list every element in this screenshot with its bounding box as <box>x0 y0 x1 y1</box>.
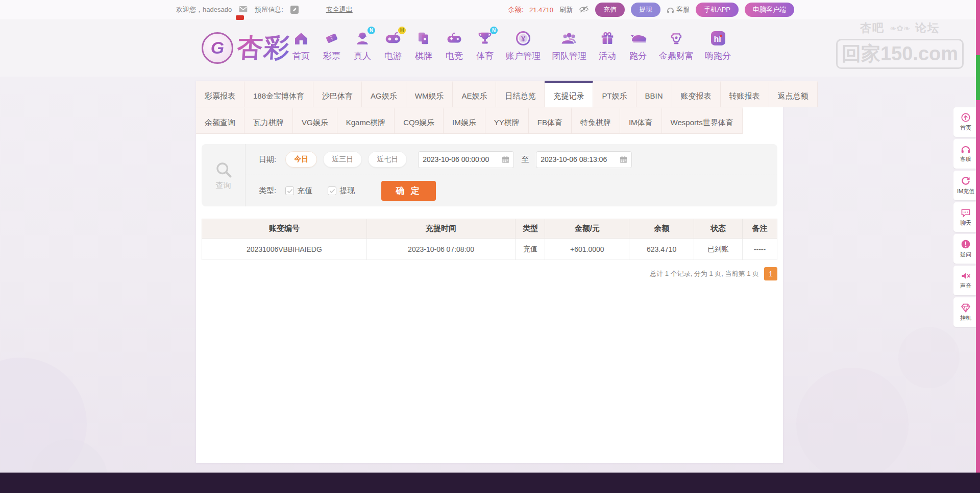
type-recharge-checkbox-group[interactable]: 充值 <box>285 186 312 196</box>
tab-zhangbian-baobiao[interactable]: 账变报表 <box>672 81 721 107</box>
tab-im-tiyu[interactable]: IM体育 <box>620 107 662 134</box>
chat-icon <box>961 208 971 218</box>
nav-item-live[interactable]: N 真人 <box>347 29 378 62</box>
recharge-button[interactable]: 充值 <box>595 3 625 17</box>
tab-yue-chaxun[interactable]: 余额查询 <box>196 107 244 134</box>
cell-record-type: 充值 <box>516 239 545 260</box>
withdraw-button[interactable]: 提现 <box>631 3 660 17</box>
edit-pencil-icon[interactable] <box>290 6 299 14</box>
tab-tetu-qipai[interactable]: 特兔棋牌 <box>572 107 620 134</box>
quick-3days-button[interactable]: 近三日 <box>323 151 362 168</box>
main-navigation: 首页 彩票 N 真人 H 电游 <box>286 29 755 62</box>
sidebar-item-im-recharge[interactable]: IM充值 <box>953 171 978 200</box>
tab-pt-yule[interactable]: PT娱乐 <box>593 81 636 107</box>
tab-caipiao-baobiao[interactable]: 彩票报表 <box>196 81 244 107</box>
sidebar-item-service[interactable]: 客服 <box>953 139 978 169</box>
withdraw-checkbox[interactable] <box>328 186 336 195</box>
type-withdraw-checkbox-group[interactable]: 提现 <box>328 186 355 196</box>
tab-wali-qipai[interactable]: 瓦力棋牌 <box>244 107 293 134</box>
diamond-icon <box>961 303 971 313</box>
nav-item-sports[interactable]: N 体育 <box>470 29 500 62</box>
query-label: 查询 <box>216 181 231 191</box>
tab-bbin[interactable]: BBIN <box>636 81 672 107</box>
cell-record-remark: ----- <box>743 239 777 260</box>
watermark-domain: 回家150.com <box>836 39 964 69</box>
sidebar-item-chat[interactable]: 聊天 <box>953 202 978 232</box>
tab-kgame-qipai[interactable]: Kgame棋牌 <box>337 107 395 134</box>
eye-off-icon[interactable] <box>579 5 589 15</box>
sidebar-label: 首页 <box>960 124 971 132</box>
sidebar-label: IM充值 <box>957 187 974 195</box>
tab-cq9-yule[interactable]: CQ9娱乐 <box>395 107 444 134</box>
nav-item-lottery[interactable]: 彩票 <box>316 29 347 62</box>
im-recharge-icon <box>961 176 971 186</box>
site-header: G 杏彩 首页 彩票 N 真人 H <box>0 19 980 77</box>
tab-188jinbaobo[interactable]: 188金宝博体育 <box>244 81 313 107</box>
tab-rijie-zonglan[interactable]: 日结总览 <box>496 81 545 107</box>
sidebar-label: 客服 <box>960 155 971 163</box>
nav-item-team[interactable]: 团队管理 <box>546 29 592 62</box>
tab-shaba-tiyu[interactable]: 沙巴体育 <box>313 81 362 107</box>
tab-ae-yule[interactable]: AE娱乐 <box>453 81 496 107</box>
tab-ag-yule[interactable]: AG娱乐 <box>362 81 406 107</box>
refresh-balance-link[interactable]: 刷新 <box>559 5 573 14</box>
quick-today-button[interactable]: 今日 <box>285 151 317 168</box>
nav-item-home[interactable]: 首页 <box>286 29 316 62</box>
cell-record-time: 2023-10-06 07:08:00 <box>366 239 516 260</box>
tab-chongti-jilu-active[interactable]: 充提记录 <box>545 81 593 107</box>
nav-item-promotions[interactable]: 活动 <box>592 29 623 62</box>
filter-date-row: 日期: 今日 近三日 近七日 2023-10-06 00:00:00 至 202… <box>246 144 777 175</box>
site-logo[interactable]: G 杏彩 <box>202 31 290 65</box>
tab-fb-tiyu[interactable]: FB体育 <box>529 107 572 134</box>
page-scrollbar[interactable] <box>976 0 980 493</box>
pc-client-button[interactable]: 电脑客户端 <box>745 3 794 17</box>
page-root: 欢迎您，hadesado 预留信息: 安全退出 余额: 21.4710 刷新 充… <box>0 0 980 493</box>
recharge-checkbox[interactable] <box>285 186 294 195</box>
tab-wesports[interactable]: Wesports世界体育 <box>662 107 743 134</box>
nav-item-egames[interactable]: H 电游 <box>378 29 408 62</box>
balance-label: 余额: <box>508 5 523 14</box>
tab-fandian-zonge[interactable]: 返点总额 <box>769 81 818 107</box>
nav-item-account[interactable]: ¥ 账户管理 <box>500 29 546 62</box>
sidebar-item-question[interactable]: 疑问 <box>953 234 978 264</box>
sidebar-label: 声音 <box>960 282 971 290</box>
tab-vg-yule[interactable]: VG娱乐 <box>293 107 337 134</box>
tab-row-1: 彩票报表 188金宝博体育 沙巴体育 AG娱乐 WM娱乐 AE娱乐 日结总览 充… <box>196 81 783 107</box>
sidebar-item-idle[interactable]: 挂机 <box>953 297 978 327</box>
background-decoration <box>898 327 960 388</box>
scrollbar-thumb[interactable] <box>976 55 980 100</box>
confirm-button[interactable]: 确 定 <box>381 181 436 201</box>
customer-service-link[interactable]: 客服 <box>667 5 690 14</box>
logout-link[interactable]: 安全退出 <box>326 5 353 14</box>
pagination-summary: 总计 1 个记录, 分为 1 页, 当前第 1 页 <box>650 269 759 278</box>
nav-item-jinding[interactable]: 金鼎财富 <box>653 29 699 62</box>
tab-wm-yule[interactable]: WM娱乐 <box>406 81 453 107</box>
sidebar-item-home[interactable]: 首页 <box>953 107 978 137</box>
tab-yy-qipai[interactable]: YY棋牌 <box>485 107 529 134</box>
floating-sidebar: 首页 客服 IM充值 聊天 疑问 声音 挂机 <box>953 107 978 327</box>
tab-im-yule[interactable]: IM娱乐 <box>444 107 485 134</box>
treasure-urn-icon <box>669 30 684 46</box>
main-panel: 彩票报表 188金宝博体育 沙巴体育 AG娱乐 WM娱乐 AE娱乐 日结总览 充… <box>196 81 783 463</box>
cell-record-id: 20231006VBBIHAIEDG <box>202 239 367 260</box>
nav-item-esports[interactable]: 电竞 <box>439 29 470 62</box>
date-from-input[interactable]: 2023-10-06 00:00:00 <box>418 151 514 168</box>
cell-record-balance: 623.4710 <box>629 239 694 260</box>
mobile-app-button[interactable]: 手机APP <box>696 3 739 17</box>
table-row: 20231006VBBIHAIEDG 2023-10-06 07:08:00 充… <box>202 239 777 260</box>
quick-7days-button[interactable]: 近七日 <box>368 151 407 168</box>
pagination: 总计 1 个记录, 分为 1 页, 当前第 1 页 1 <box>202 267 777 280</box>
nav-item-hipaofen[interactable]: hi 嗨跑分 <box>699 29 737 62</box>
date-to-input[interactable]: 2023-10-06 08:13:06 <box>536 151 632 168</box>
table-header-row: 账变编号 充提时间 类型 金额/元 余额 状态 备注 <box>202 219 777 239</box>
ticket-icon <box>324 31 339 46</box>
sidebar-item-sound[interactable]: 声音 <box>953 266 978 295</box>
tab-zhuanzhang-baobiao[interactable]: 转账报表 <box>721 81 769 107</box>
page-1-button[interactable]: 1 <box>764 267 777 280</box>
message-envelope-icon[interactable] <box>239 6 248 14</box>
nav-item-boardgames[interactable]: 棋牌 <box>408 29 439 62</box>
question-icon <box>961 239 971 249</box>
reserved-info-label: 预留信息: <box>255 5 283 14</box>
top-bar: 欢迎您，hadesado 预留信息: 安全退出 余额: 21.4710 刷新 充… <box>0 0 980 19</box>
nav-item-paofen[interactable]: 跑分 <box>623 29 653 62</box>
